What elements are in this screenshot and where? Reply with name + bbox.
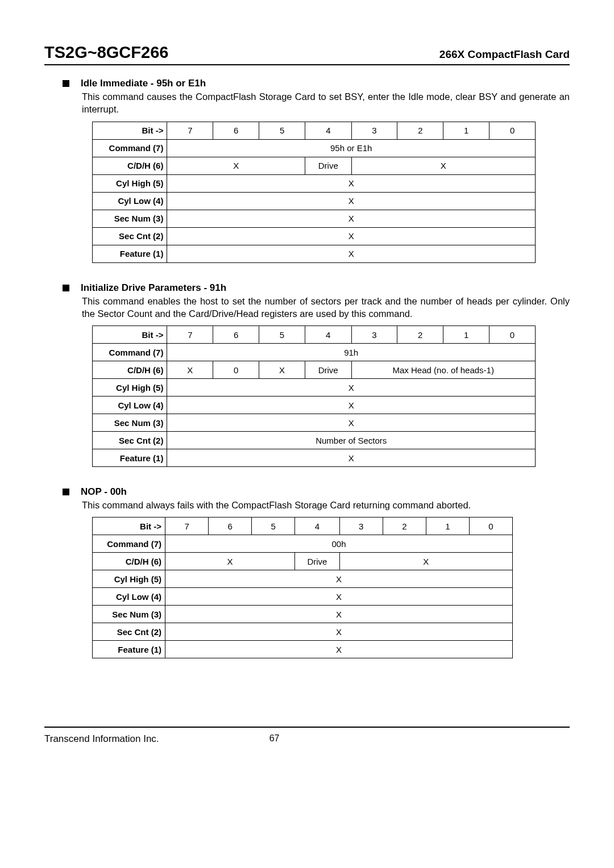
- table-row: Bit -> 7 6 5 4 3 2 1 0: [93, 326, 536, 344]
- bit-cell: 7: [167, 326, 213, 344]
- bit-cell: 0: [489, 122, 536, 139]
- section-body: This command enables the host to set the…: [82, 295, 570, 320]
- command-value: 95h or E1h: [167, 139, 536, 157]
- register-table-nop: Bit -> 7 6 5 4 3 2 1 0 Command (7) 00h C…: [92, 517, 513, 658]
- bit-label: Bit ->: [93, 122, 167, 139]
- command-value: 91h: [167, 344, 536, 361]
- table-row: Bit -> 7 6 5 4 3 2 1 0: [93, 122, 536, 139]
- cell: X: [167, 245, 536, 262]
- cdh-drive: Drive: [305, 157, 351, 174]
- bit-cell: 3: [339, 518, 383, 535]
- row-label: Sec Cnt (2): [93, 623, 165, 641]
- section-heading: Idle Immediate - 95h or E1h: [63, 78, 570, 89]
- bit-cell: 6: [213, 122, 259, 139]
- cell: X: [165, 606, 513, 623]
- table-row: C/D/H (6) X Drive X: [93, 553, 513, 570]
- bit-cell: 5: [259, 122, 305, 139]
- row-label: Command (7): [93, 344, 167, 361]
- section-body: This command causes the CompactFlash Sto…: [82, 90, 570, 116]
- section-heading: NOP - 00h: [63, 486, 570, 498]
- register-table-idle: Bit -> 7 6 5 4 3 2 1 0 Command (7) 95h o…: [92, 122, 536, 263]
- cdh-cell: X: [259, 361, 305, 379]
- row-label: Cyl Low (4): [93, 397, 167, 414]
- table-row: Feature (1) X: [93, 449, 536, 467]
- table-row: Cyl Low (4) X: [93, 397, 536, 414]
- cdh-drive: Drive: [305, 361, 351, 379]
- section-idle-immediate: Idle Immediate - 95h or E1h This command…: [63, 78, 570, 263]
- bullet-icon: [63, 80, 69, 87]
- cell: X: [165, 641, 513, 658]
- footer-rule: [44, 727, 570, 728]
- table-row: Cyl High (5) X: [93, 570, 513, 588]
- register-table-init: Bit -> 7 6 5 4 3 2 1 0 Command (7) 91h C…: [92, 326, 536, 467]
- row-label: Sec Cnt (2): [93, 432, 167, 449]
- row-label: Command (7): [93, 139, 167, 157]
- table-row: C/D/H (6) X 0 X Drive Max Head (no. of h…: [93, 361, 536, 379]
- bit-cell: 7: [167, 122, 213, 139]
- cell: X: [165, 570, 513, 588]
- row-label: Feature (1): [93, 245, 167, 262]
- product-name: TS2G~8GCF266: [44, 43, 168, 62]
- table-row: Cyl High (5) X: [93, 379, 536, 397]
- row-label: Sec Cnt (2): [93, 227, 167, 245]
- bit-cell: 2: [383, 518, 426, 535]
- cell: X: [167, 379, 536, 397]
- bit-label: Bit ->: [93, 518, 165, 535]
- section-nop: NOP - 00h This command always fails with…: [63, 486, 570, 658]
- bit-cell: 0: [469, 518, 512, 535]
- table-row: Feature (1) X: [93, 245, 536, 262]
- bit-cell: 1: [443, 326, 489, 344]
- section-title: Initialize Drive Parameters - 91h: [81, 282, 226, 294]
- bit-cell: 3: [351, 326, 397, 344]
- bit-cell: 5: [252, 518, 295, 535]
- company-name: Transcend Information Inc.: [44, 733, 159, 745]
- bit-cell: 7: [165, 518, 209, 535]
- table-row: Sec Num (3) X: [93, 210, 536, 227]
- page: TS2G~8GCF266 266X CompactFlash Card Idle…: [0, 0, 614, 767]
- table-row: Command (7) 95h or E1h: [93, 139, 536, 157]
- row-label: Feature (1): [93, 449, 167, 467]
- section-title: NOP - 00h: [81, 486, 127, 498]
- row-label: C/D/H (6): [93, 361, 167, 379]
- card-subtitle: 266X CompactFlash Card: [439, 48, 570, 61]
- bit-label: Bit ->: [93, 326, 167, 344]
- cell: Number of Sectors: [167, 432, 536, 449]
- page-number: 67: [260, 733, 289, 745]
- table-row: Sec Num (3) X: [93, 606, 513, 623]
- cell: X: [167, 227, 536, 245]
- cell: X: [165, 623, 513, 641]
- section-body: This command always fails with the Compa…: [82, 499, 570, 511]
- row-label: Sec Num (3): [93, 210, 167, 227]
- cdh-cell: X: [167, 361, 213, 379]
- row-label: Sec Num (3): [93, 414, 167, 432]
- cdh-right: X: [339, 553, 512, 570]
- command-value: 00h: [165, 535, 513, 553]
- bit-cell: 4: [295, 518, 340, 535]
- bit-cell: 6: [209, 518, 252, 535]
- cell: X: [167, 192, 536, 210]
- row-label: C/D/H (6): [93, 157, 167, 174]
- bit-cell: 3: [351, 122, 397, 139]
- table-row: Sec Cnt (2) X: [93, 623, 513, 641]
- cdh-right: Max Head (no. of heads-1): [351, 361, 536, 379]
- bit-cell: 6: [213, 326, 259, 344]
- bit-cell: 4: [305, 326, 351, 344]
- bullet-icon: [63, 285, 69, 291]
- cell: X: [167, 414, 536, 432]
- cell: X: [167, 174, 536, 192]
- table-row: Bit -> 7 6 5 4 3 2 1 0: [93, 518, 513, 535]
- bit-cell: 1: [443, 122, 489, 139]
- row-label: Cyl Low (4): [93, 192, 167, 210]
- table-row: Cyl High (5) X: [93, 174, 536, 192]
- row-label: Feature (1): [93, 641, 165, 658]
- header-rule: [44, 64, 570, 65]
- cell: X: [167, 397, 536, 414]
- footer: Transcend Information Inc. 67: [44, 733, 570, 745]
- bit-cell: 1: [426, 518, 469, 535]
- bit-cell: 5: [259, 326, 305, 344]
- bit-cell: 2: [397, 326, 443, 344]
- table-row: Cyl Low (4) X: [93, 192, 536, 210]
- table-row: Cyl Low (4) X: [93, 588, 513, 606]
- bit-cell: 4: [305, 122, 351, 139]
- table-row: Command (7) 91h: [93, 344, 536, 361]
